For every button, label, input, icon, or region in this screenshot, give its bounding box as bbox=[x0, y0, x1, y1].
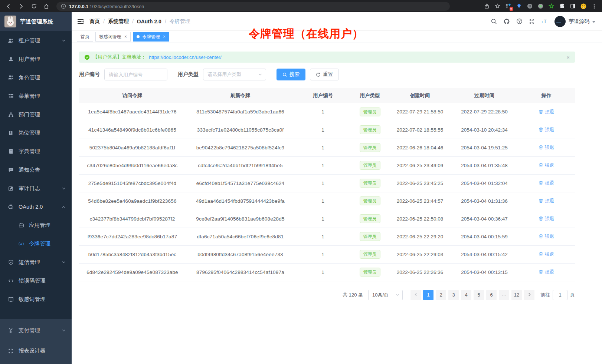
sidebar-item[interactable]: 岗位管理 bbox=[0, 124, 72, 142]
breadcrumb-item[interactable]: 首页 bbox=[89, 18, 100, 25]
share-icon[interactable] bbox=[483, 3, 490, 10]
create-time-cell: 2022-06-25 22:26:36 bbox=[389, 263, 451, 281]
tab[interactable]: 首页 bbox=[77, 32, 93, 42]
browser-chrome: 127.0.0.1:1024/system/oauth2/token 9 bbox=[0, 0, 602, 12]
font-size-icon[interactable]: TT bbox=[541, 19, 548, 24]
sidebar-item[interactable]: 用户管理 bbox=[0, 50, 72, 69]
page-number-button[interactable]: 3 bbox=[448, 290, 459, 300]
sidebar-item[interactable]: 应用管理 bbox=[0, 216, 72, 235]
fullscreen-icon[interactable] bbox=[529, 19, 535, 24]
sidebar-item[interactable]: 审计日志 bbox=[0, 179, 72, 198]
user-type-select[interactable]: 请选择用户类型 bbox=[203, 69, 266, 80]
actions-cell: 强退 bbox=[518, 139, 575, 156]
sidebar-item[interactable]: 错误码管理 bbox=[0, 271, 72, 290]
home-icon[interactable] bbox=[42, 1, 51, 11]
search-button[interactable]: 搜索 bbox=[277, 69, 305, 80]
tab[interactable]: 令牌管理× bbox=[133, 32, 169, 42]
sidebar-item[interactable]: A令牌管理 bbox=[0, 235, 72, 253]
puzzle-extension-icon[interactable] bbox=[559, 3, 565, 10]
chevron-down-icon bbox=[60, 260, 66, 264]
alert-doc-link[interactable]: https://doc.iocoder.cn/user-center/ bbox=[149, 54, 222, 60]
page-number-button[interactable]: 12 bbox=[511, 290, 522, 300]
extension-blocks-icon[interactable]: 9 bbox=[505, 3, 511, 10]
tab[interactable]: 敏感词管理× bbox=[95, 32, 131, 42]
sidebar-item[interactable]: 租户管理 bbox=[0, 32, 72, 50]
force-logout-button[interactable]: 强退 bbox=[539, 215, 554, 222]
sidebar-item[interactable]: 字典管理 bbox=[0, 142, 72, 161]
force-logout-label: 强退 bbox=[545, 180, 554, 186]
page-number-button[interactable]: 2 bbox=[436, 290, 446, 300]
expire-time-cell: 2054-03-04 00:13:15 bbox=[451, 263, 518, 281]
reset-button[interactable]: 重置 bbox=[310, 69, 339, 80]
back-icon[interactable] bbox=[4, 1, 13, 11]
breadcrumb-item[interactable]: OAuth 2.0 bbox=[137, 19, 161, 24]
force-logout-button[interactable]: 强退 bbox=[539, 269, 554, 275]
reload-icon[interactable] bbox=[29, 1, 39, 11]
sidebar-item[interactable]: 敏感词管理 bbox=[0, 290, 72, 308]
page-number-button[interactable]: 6 bbox=[486, 290, 497, 300]
github-icon[interactable] bbox=[503, 18, 510, 25]
gem-extension-icon[interactable] bbox=[516, 3, 522, 10]
tab-close-icon[interactable]: × bbox=[124, 34, 127, 39]
sidebar-item[interactable]: OAuth 2.0 bbox=[0, 198, 72, 216]
sidebar-item[interactable]: 角色管理 bbox=[0, 69, 72, 87]
sidebar-item[interactable]: 通知公告 bbox=[0, 161, 72, 179]
app-logo-row[interactable]: 芋道管理系统 bbox=[0, 12, 72, 31]
help-icon[interactable] bbox=[516, 18, 523, 24]
force-logout-button[interactable]: 强退 bbox=[539, 251, 554, 258]
sidebar-collapse-icon[interactable] bbox=[77, 19, 84, 24]
page-number-button[interactable]: 1 bbox=[423, 290, 433, 300]
sidebar-item-label: 报表设计器 bbox=[19, 347, 46, 354]
refresh-token-cell: be90422b8c7946218275a508bf524fc9 bbox=[186, 139, 295, 156]
sidebar-item-label: 用户管理 bbox=[19, 56, 40, 63]
page-number-button[interactable]: 5 bbox=[474, 290, 484, 300]
tab-close-icon[interactable]: × bbox=[163, 34, 166, 39]
search-icon[interactable] bbox=[491, 18, 497, 24]
browser-menu-icon[interactable] bbox=[591, 3, 598, 10]
sidebar-item[interactable]: 报表设计器 bbox=[0, 341, 72, 361]
bookmark-star-icon[interactable] bbox=[494, 3, 501, 10]
user-type-placeholder: 请选择用户类型 bbox=[207, 71, 241, 78]
address-bar[interactable]: 127.0.0.1:1024/system/oauth2/token bbox=[56, 2, 450, 11]
expire-time-cell: 2022-07-29 22:28:50 bbox=[451, 103, 518, 121]
page-size-select[interactable]: 10条/页 bbox=[368, 290, 403, 300]
close-icon[interactable]: × bbox=[566, 54, 570, 60]
breadcrumb-separator: / bbox=[103, 19, 105, 24]
table-row: c342377bf8b344799dcbf7bf095287f29ce8ef2a… bbox=[79, 210, 575, 228]
force-logout-button[interactable]: 强退 bbox=[539, 144, 554, 151]
breadcrumb-item[interactable]: 系统管理 bbox=[108, 18, 129, 25]
force-logout-button[interactable]: 强退 bbox=[539, 109, 554, 115]
sidebar-item[interactable]: 部门管理 bbox=[0, 105, 72, 124]
force-logout-button[interactable]: 强退 bbox=[539, 126, 554, 133]
green-star-extension-icon[interactable] bbox=[548, 3, 554, 10]
force-logout-button[interactable]: 强退 bbox=[539, 233, 554, 240]
side-panel-icon[interactable] bbox=[569, 3, 576, 10]
record-extension-icon[interactable] bbox=[537, 3, 544, 10]
page-jump-input[interactable] bbox=[553, 290, 567, 300]
force-logout-button[interactable]: 强退 bbox=[539, 180, 554, 186]
chevron-down-icon bbox=[592, 21, 595, 23]
url-host: 127.0.0.1 bbox=[69, 4, 88, 9]
forward-icon[interactable] bbox=[16, 1, 26, 11]
sidebar-item[interactable]: 支付管理 bbox=[0, 320, 72, 341]
prev-page-button[interactable] bbox=[410, 290, 421, 300]
user-id-input[interactable] bbox=[104, 69, 167, 80]
page-info-icon[interactable] bbox=[61, 4, 66, 9]
profile-avatar-icon[interactable] bbox=[580, 3, 587, 10]
sidebar-item[interactable]: 短信管理 bbox=[0, 253, 72, 272]
force-logout-label: 强退 bbox=[545, 215, 554, 222]
trash-icon bbox=[539, 109, 543, 114]
user-type-tag: 管理员 bbox=[360, 143, 380, 152]
page-number-button[interactable]: 4 bbox=[461, 290, 471, 300]
trash-icon bbox=[539, 163, 543, 168]
user-menu[interactable]: 芋道源码 bbox=[554, 16, 595, 27]
access-token-cell: f9336e7c7dd242a283ee98dc86b17a87 bbox=[79, 228, 186, 245]
pager-more-button[interactable]: ⋯ bbox=[499, 290, 509, 300]
command-extension-icon[interactable] bbox=[526, 3, 533, 10]
username: 芋道源码 bbox=[569, 18, 589, 25]
force-logout-button[interactable]: 强退 bbox=[539, 162, 554, 169]
next-page-button[interactable] bbox=[524, 290, 534, 300]
force-logout-button[interactable]: 强退 bbox=[539, 198, 554, 204]
sidebar-item[interactable]: 菜单管理 bbox=[0, 87, 72, 105]
refresh-token-cell: b0df4980ffd34c67a08f9156e4eee733 bbox=[186, 245, 295, 263]
